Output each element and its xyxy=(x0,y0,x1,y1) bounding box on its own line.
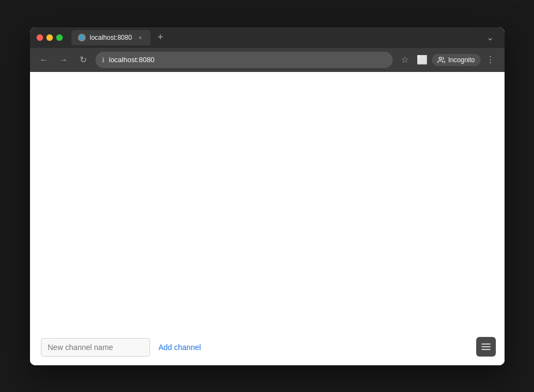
reload-button[interactable]: ↻ xyxy=(76,52,91,68)
browser-window: 🌐 localhost:8080 × + ⌄ ← → ↻ ℹ localhost… xyxy=(30,27,505,365)
channel-name-input[interactable] xyxy=(41,338,150,357)
title-bar: 🌐 localhost:8080 × + ⌄ xyxy=(30,27,505,48)
traffic-lights xyxy=(37,34,63,41)
tab-title: localhost:8080 xyxy=(90,34,132,41)
back-button[interactable]: ← xyxy=(37,52,52,68)
incognito-icon xyxy=(437,56,445,64)
tab-bar: 🌐 localhost:8080 × + ⌄ xyxy=(71,30,498,45)
active-tab[interactable]: 🌐 localhost:8080 × xyxy=(71,30,151,45)
incognito-label: Incognito xyxy=(448,56,475,64)
floating-action-button[interactable] xyxy=(476,337,496,357)
tab-close-button[interactable]: × xyxy=(136,34,144,41)
tabs-chevron-icon[interactable]: ⌄ xyxy=(483,30,498,45)
minimize-button[interactable] xyxy=(46,34,53,41)
tab-favicon: 🌐 xyxy=(78,34,86,41)
forward-button[interactable]: → xyxy=(56,52,71,68)
maximize-button[interactable] xyxy=(56,34,63,41)
sidebar-button[interactable]: ⬜ xyxy=(415,52,430,68)
nav-bar: ← → ↻ ℹ localhost:8080 ☆ ⬜ Incognito ⋮ xyxy=(30,48,505,72)
content-area xyxy=(30,72,505,329)
close-button[interactable] xyxy=(37,34,43,41)
page-content: Add channel xyxy=(30,72,505,365)
svg-point-0 xyxy=(439,57,442,59)
floating-icon xyxy=(481,341,491,352)
address-bar[interactable]: ℹ localhost:8080 xyxy=(95,52,393,68)
address-text: localhost:8080 xyxy=(109,56,155,64)
bottom-bar: Add channel xyxy=(30,329,505,365)
menu-button[interactable]: ⋮ xyxy=(483,52,498,68)
incognito-button[interactable]: Incognito xyxy=(432,54,481,66)
new-tab-button[interactable]: + xyxy=(153,30,168,45)
bookmark-button[interactable]: ☆ xyxy=(397,52,412,68)
add-channel-button[interactable]: Add channel xyxy=(157,339,203,356)
nav-actions: ☆ ⬜ Incognito ⋮ xyxy=(397,52,498,68)
address-icon: ℹ xyxy=(102,56,105,64)
